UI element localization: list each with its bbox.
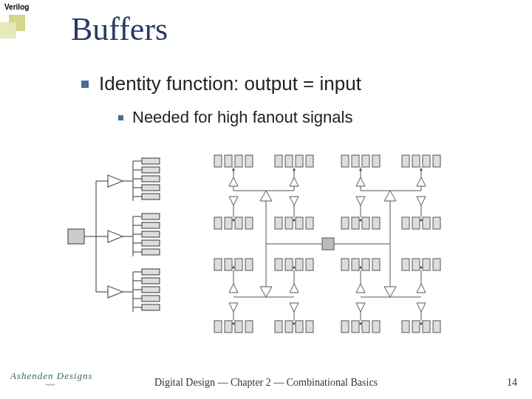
svg-rect-49: [306, 155, 313, 167]
svg-rect-91: [225, 321, 232, 332]
svg-rect-54: [402, 155, 409, 167]
slide-title: Buffers: [71, 10, 168, 48]
svg-rect-21: [142, 214, 160, 219]
svg-rect-39: [142, 296, 160, 301]
svg-point-151: [233, 323, 234, 324]
svg-rect-52: [362, 155, 369, 167]
svg-point-149: [360, 267, 361, 268]
bullet-level2: Needed for high fanout signals: [118, 108, 352, 127]
svg-rect-11: [142, 167, 160, 173]
svg-rect-48: [296, 155, 303, 167]
svg-rect-13: [142, 176, 160, 182]
bullet-square-icon: [81, 81, 89, 88]
svg-rect-23: [142, 222, 160, 228]
svg-rect-55: [412, 155, 420, 167]
svg-rect-9: [142, 158, 160, 164]
svg-rect-99: [352, 321, 359, 332]
svg-rect-77: [245, 259, 253, 270]
svg-rect-67: [352, 217, 359, 229]
svg-rect-93: [245, 321, 253, 332]
svg-rect-100: [362, 321, 369, 332]
svg-rect-65: [306, 217, 313, 229]
svg-rect-41: [142, 304, 160, 310]
svg-point-147: [233, 267, 234, 268]
svg-point-148: [293, 267, 295, 268]
svg-rect-57: [433, 155, 440, 167]
svg-rect-15: [142, 185, 160, 191]
svg-rect-78: [275, 259, 282, 270]
svg-rect-103: [412, 321, 420, 332]
svg-rect-84: [362, 259, 369, 270]
circuit-diagram: [59, 140, 473, 347]
svg-rect-51: [352, 155, 359, 167]
svg-rect-105: [433, 321, 440, 332]
svg-rect-101: [372, 321, 380, 332]
svg-point-142: [420, 169, 422, 171]
svg-rect-45: [245, 155, 253, 167]
svg-rect-106: [322, 238, 334, 250]
svg-rect-81: [306, 259, 313, 270]
svg-rect-64: [296, 217, 303, 229]
svg-rect-74: [214, 259, 222, 270]
svg-rect-92: [235, 321, 242, 332]
svg-point-150: [420, 267, 422, 268]
svg-rect-98: [341, 321, 349, 332]
svg-rect-33: [142, 269, 160, 275]
svg-rect-63: [285, 217, 293, 229]
svg-rect-46: [275, 155, 282, 167]
svg-rect-50: [341, 155, 349, 167]
svg-rect-53: [372, 155, 380, 167]
svg-rect-25: [142, 231, 160, 237]
svg-rect-60: [235, 217, 242, 229]
svg-rect-89: [433, 259, 440, 270]
bullet2-text: Needed for high fanout signals: [132, 108, 352, 127]
svg-rect-61: [245, 217, 253, 229]
bullet-square-icon: [118, 115, 123, 120]
svg-rect-94: [275, 321, 282, 332]
svg-rect-71: [412, 217, 420, 229]
svg-rect-80: [296, 259, 303, 270]
svg-rect-58: [214, 217, 222, 229]
svg-rect-68: [362, 217, 369, 229]
svg-point-144: [293, 219, 295, 221]
svg-rect-59: [225, 217, 232, 229]
svg-point-154: [420, 323, 422, 324]
svg-rect-37: [142, 287, 160, 293]
svg-rect-76: [235, 259, 242, 270]
svg-rect-82: [341, 259, 349, 270]
svg-point-140: [293, 169, 295, 171]
svg-rect-86: [402, 259, 409, 270]
svg-rect-75: [225, 259, 232, 270]
svg-rect-70: [402, 217, 409, 229]
svg-rect-87: [412, 259, 420, 270]
svg-rect-73: [433, 217, 440, 229]
svg-rect-62: [275, 217, 282, 229]
svg-rect-35: [142, 278, 160, 284]
svg-rect-17: [142, 194, 160, 200]
svg-point-141: [360, 169, 361, 171]
svg-rect-42: [214, 155, 222, 167]
svg-rect-0: [68, 229, 84, 244]
svg-point-139: [233, 169, 234, 171]
svg-rect-72: [423, 217, 430, 229]
svg-rect-47: [285, 155, 293, 167]
bullet-level1: Identity function: output = input: [81, 72, 361, 95]
corner-tag: Verilog: [4, 3, 29, 11]
svg-rect-43: [225, 155, 232, 167]
page-number: 14: [507, 377, 517, 389]
svg-rect-96: [296, 321, 303, 332]
svg-rect-95: [285, 321, 293, 332]
svg-point-153: [360, 323, 361, 324]
svg-rect-88: [423, 259, 430, 270]
svg-rect-79: [285, 259, 293, 270]
svg-rect-27: [142, 240, 160, 246]
footer-text: Digital Design — Chapter 2 — Combination…: [0, 377, 532, 389]
svg-rect-102: [402, 321, 409, 332]
svg-rect-56: [423, 155, 430, 167]
svg-rect-97: [306, 321, 313, 332]
svg-rect-83: [352, 259, 359, 270]
svg-rect-69: [372, 217, 380, 229]
svg-point-146: [420, 219, 422, 221]
accent-squares: [0, 15, 28, 40]
svg-rect-85: [372, 259, 380, 270]
